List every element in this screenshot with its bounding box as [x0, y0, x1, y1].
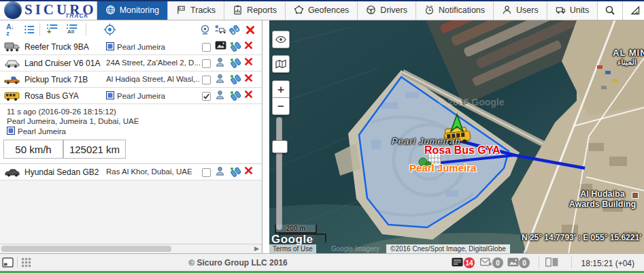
- globe-icon: [105, 5, 116, 15]
- media-button[interactable]: [507, 257, 519, 269]
- zoom-out-button[interactable]: −: [272, 97, 290, 115]
- unit-address: Pearl Jumeira, Jumeira 1, Dubai, UAE: [7, 117, 139, 125]
- tab-label: Geofences: [308, 5, 349, 15]
- tab-tracks[interactable]: Tracks: [167, 0, 224, 20]
- unit-messages-button[interactable]: [230, 166, 243, 178]
- map-visibility-button[interactable]: [272, 31, 290, 48]
- top-navigation-bar: SICURO TRACK V2 Monitoring Tracks Report…: [0, 0, 644, 20]
- tab-drivers[interactable]: Drivers: [357, 0, 416, 20]
- copyright-text: © Sicuro Group LLC 2016: [163, 258, 313, 268]
- tab-users[interactable]: Users: [493, 0, 547, 20]
- statusbar-separator: [539, 257, 539, 268]
- measure-tool-button[interactable]: [622, 0, 644, 20]
- mail-button[interactable]: [480, 257, 492, 269]
- unit-driver-button[interactable]: [215, 166, 228, 178]
- geofence-polygon-icon: [294, 5, 304, 15]
- tab-label: Reports: [247, 5, 277, 15]
- clear-all-button[interactable]: [243, 22, 258, 37]
- driver-bust-icon: [215, 166, 225, 176]
- zoom-slider-handle[interactable]: [272, 140, 288, 153]
- imagery-copyright: ©2016 Cnes/Spot Image, DigitalGlobe: [386, 244, 510, 253]
- tab-label: Drivers: [380, 5, 407, 15]
- unit-location: Al Hadiqa Street, Al Wasl,...: [106, 75, 200, 83]
- apps-grid-button[interactable]: [21, 257, 31, 270]
- unit-driver-button[interactable]: [215, 74, 228, 86]
- unit-messages-button[interactable]: [230, 90, 243, 102]
- unit-checkbox-checked[interactable]: [202, 92, 211, 101]
- set-square-icon: [630, 5, 641, 16]
- list-view-button[interactable]: [22, 22, 37, 37]
- status-bar: © Sicuro Group LLC 2016 14 0 0 18:15:21 …: [0, 253, 644, 271]
- unit-location: Pearl Jumeira: [106, 42, 165, 51]
- sms-messages-button[interactable]: [452, 257, 463, 269]
- tab-label: Monitoring: [120, 5, 159, 15]
- unit-location: 24A Street, Za'Abeel 2, D...: [106, 59, 200, 67]
- tab-units[interactable]: Units: [547, 0, 597, 20]
- photo-gray-icon: [507, 257, 519, 267]
- unit-driver-button[interactable]: [215, 57, 228, 69]
- scrollbar-arrow-right[interactable]: ▶: [254, 245, 259, 252]
- layout-toggle-button[interactable]: [545, 257, 558, 269]
- unit-checkbox[interactable]: [202, 59, 211, 68]
- tab-label: Notifications: [439, 5, 485, 15]
- unit-messages-button[interactable]: [230, 41, 243, 53]
- unit-messages-button[interactable]: [230, 74, 243, 86]
- photo-icon: [215, 41, 226, 50]
- unit-checkbox[interactable]: [202, 168, 211, 177]
- unit-remove-button[interactable]: [244, 166, 257, 178]
- unit-row-land-cruiser[interactable]: Land Cruiser V6 01A 24A Street, Za'Abeel…: [0, 55, 262, 71]
- tab-notifications[interactable]: Notifications: [416, 0, 493, 20]
- target-locate-icon: [103, 23, 116, 36]
- geofence-square-icon: [106, 91, 114, 99]
- unit-remove-button[interactable]: [244, 74, 257, 86]
- plus-icon: +: [277, 84, 284, 95]
- unit-row-pickup-truck[interactable]: Pickup Truck 71B Al Hadiqa Street, Al Wa…: [0, 71, 262, 88]
- unit-checkbox[interactable]: [202, 76, 211, 84]
- zoom-in-button[interactable]: +: [272, 80, 290, 98]
- horizontal-scrollbar[interactable]: ▶: [0, 244, 262, 253]
- follow-unit-button[interactable]: [197, 22, 212, 37]
- map-layers-button[interactable]: [272, 55, 290, 73]
- unit-messages-button[interactable]: [230, 57, 243, 69]
- messages-binoculars-button[interactable]: [227, 22, 242, 37]
- imagery-credit: Google Imagery: [331, 245, 379, 253]
- unit-driver-button[interactable]: [215, 90, 228, 102]
- media-count-badge: 0: [519, 257, 530, 268]
- close-x-icon: [244, 41, 253, 50]
- zoom-slider-track[interactable]: [276, 117, 282, 230]
- show-all-button[interactable]: All: [65, 22, 80, 37]
- unit-remove-button[interactable]: [244, 41, 257, 53]
- unit-remove-button[interactable]: [244, 57, 257, 69]
- envelope-icon: [480, 257, 492, 267]
- speed-value: 50 km/h: [3, 140, 63, 159]
- eye-icon: [275, 34, 286, 45]
- sort-az-button[interactable]: A↓ z: [3, 22, 18, 37]
- satellite-map: [269, 20, 644, 253]
- search-button[interactable]: [597, 0, 622, 20]
- unit-remove-button[interactable]: [244, 90, 257, 102]
- tab-reports[interactable]: Reports: [224, 0, 285, 20]
- search-icon: [605, 5, 615, 16]
- unit-checkbox[interactable]: [202, 43, 211, 52]
- close-x-icon: [244, 166, 253, 175]
- report-icon: [233, 5, 243, 15]
- tab-label: Units: [570, 5, 589, 15]
- terms-of-use-link[interactable]: Terms of Use: [269, 244, 316, 253]
- tab-monitoring[interactable]: Monitoring: [97, 0, 167, 20]
- panel-empty-area: [0, 180, 262, 244]
- scrollbar-thumb[interactable]: [1, 246, 171, 252]
- apps-grid-gray-icon: [21, 257, 31, 268]
- map-canvas[interactable]: Pearl Jumeirah Rosa Bus GYA Pearl Jumeir…: [269, 20, 644, 253]
- binoculars-green-icon: [230, 74, 242, 86]
- panel-toggle-button[interactable]: [2, 257, 14, 270]
- add-to-list-button[interactable]: +: [45, 22, 60, 37]
- driver-assign-button[interactable]: [212, 22, 227, 37]
- mileage-value: 125021 km: [63, 140, 126, 159]
- unit-photo-button[interactable]: [215, 41, 228, 53]
- monitoring-panel: A↓ z + All: [0, 20, 269, 253]
- unit-row-hyundai-sedan[interactable]: Hyundai Sedan GB2 Ras Al Khor, Dubai, UA…: [0, 164, 262, 180]
- tab-geofences[interactable]: Geofences: [285, 0, 357, 20]
- unit-row-reefer-truck[interactable]: Reefer Truck 9BA Pearl Jumeira: [0, 39, 262, 55]
- locate-units-button[interactable]: [102, 22, 117, 37]
- unit-row-rosa-bus[interactable]: Rosa Bus GYA Pearl Jumeira: [0, 88, 262, 104]
